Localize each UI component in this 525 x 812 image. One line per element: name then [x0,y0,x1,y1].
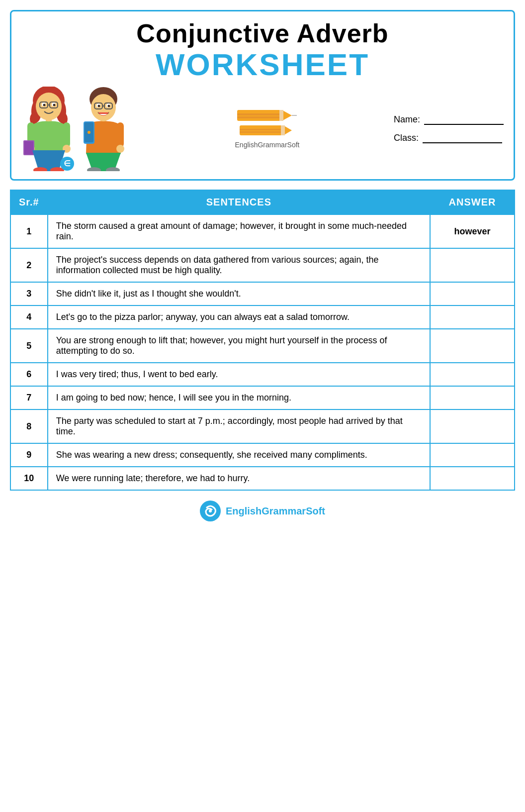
row-sr: 3 [10,282,48,305]
pencil-1 [237,109,297,122]
row-sr: 6 [10,363,48,386]
table-row: 3She didn't like it, just as I thought s… [10,282,515,305]
col-sr: Sr.# [10,190,48,214]
svg-rect-37 [117,122,124,147]
table-row: 10We were running late; therefore, we ha… [10,467,515,490]
row-sr: 5 [10,329,48,363]
row-sentence: I am going to bed now; hence, I will see… [48,386,430,409]
name-underline[interactable] [424,115,504,125]
row-sr: 4 [10,305,48,329]
character-area: ∈ [21,87,141,171]
row-sr: 9 [10,443,48,467]
svg-point-54 [209,509,212,512]
row-sentence: Let's go to the pizza parlor; anyway, yo… [48,305,430,329]
brand-text: EnglishGrammarSoft [235,141,300,149]
svg-rect-47 [279,110,283,121]
svg-point-38 [116,145,124,153]
class-underline[interactable] [423,133,502,143]
row-answer [430,443,515,467]
table-row: 2The project's success depends on data g… [10,248,515,282]
main-title: Conjunctive Adverb [21,19,504,48]
row-sentence: The project's success depends on data ga… [48,248,430,282]
svg-rect-19 [24,141,33,154]
table-row: 8The party was scheduled to start at 7 p… [10,409,515,443]
row-sr: 10 [10,467,48,490]
row-sentence: We were running late; therefore, we had … [48,467,430,490]
svg-rect-52 [281,125,285,135]
table-row: 1The storm caused a great amount of dama… [10,214,515,248]
row-sentence: The party was scheduled to start at 7 p.… [48,409,430,443]
svg-point-36 [88,131,90,134]
pencil-2 [237,125,297,136]
row-sr: 1 [10,214,48,248]
svg-point-29 [108,105,110,107]
row-answer [430,329,515,363]
character-girl: ∈ [21,87,76,171]
class-label: Class: [394,133,419,143]
svg-text:∈: ∈ [64,159,71,168]
row-sentence: The storm caused a great amount of damag… [48,214,430,248]
svg-rect-49 [240,129,283,130]
character-boy [76,87,131,171]
row-sr: 8 [10,409,48,443]
table-header-row: Sr.# SENTENCES ANSWER [10,190,515,214]
col-sentences: SENTENCES [48,190,430,214]
svg-point-9 [53,104,56,106]
row-answer: however [430,214,515,248]
worksheet-title: WORKSHEET [21,48,504,82]
svg-rect-50 [240,131,283,133]
table-row: 9She was wearing a new dress; consequent… [10,443,515,467]
row-answer [430,248,515,282]
row-sr: 2 [10,248,48,282]
svg-rect-43 [237,116,282,118]
page-wrapper: Conjunctive Adverb WORKSHEET [10,10,515,521]
row-answer [430,305,515,329]
row-answer [430,363,515,386]
row-sentence: I was very tired; thus, I went to bed ea… [48,363,430,386]
svg-rect-15 [63,122,70,147]
svg-point-28 [98,105,100,107]
name-class-area: Name: Class: [394,114,504,143]
name-label: Name: [394,114,420,125]
name-field-line: Name: [394,114,504,125]
table-row: 7I am going to bed now; hence, I will se… [10,386,515,409]
footer: EnglishGrammarSoft [10,501,515,521]
table-row: 4Let's go to the pizza parlor; anyway, y… [10,305,515,329]
row-answer [430,467,515,490]
header-box: Conjunctive Adverb WORKSHEET [10,10,515,181]
row-sentence: She was wearing a new dress; consequentl… [48,443,430,467]
row-sentence: She didn't like it, just as I thought sh… [48,282,430,305]
row-sr: 7 [10,386,48,409]
col-answer: ANSWER [430,190,515,214]
table-row: 6I was very tired; thus, I went to bed e… [10,363,515,386]
row-sentence: You are strong enough to lift that; howe… [48,329,430,363]
header-inner: ∈ [21,87,504,171]
worksheet-table: Sr.# SENTENCES ANSWER 1The storm caused … [10,190,515,491]
footer-logo [200,501,221,521]
table-row: 5You are strong enough to lift that; how… [10,329,515,363]
title-area: Conjunctive Adverb WORKSHEET [21,19,504,82]
svg-rect-42 [237,113,282,115]
row-answer [430,386,515,409]
class-field-line: Class: [394,133,504,143]
svg-point-8 [43,104,46,106]
row-answer [430,282,515,305]
row-answer [430,409,515,443]
pencil-icon-area: EnglishGrammarSoft [141,109,394,149]
footer-brand-text: EnglishGrammarSoft [226,506,325,517]
